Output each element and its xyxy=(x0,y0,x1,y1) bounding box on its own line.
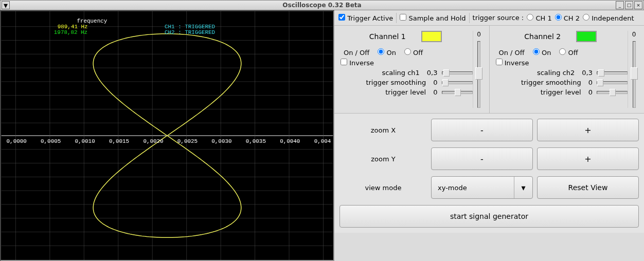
channel-2-color-swatch[interactable] xyxy=(576,31,597,42)
view-mode-combo[interactable]: xy-mode ▾ xyxy=(431,176,533,199)
trigger-active-checkbox[interactable]: Trigger Active xyxy=(338,14,393,22)
ch2-on-radio[interactable]: On xyxy=(533,48,551,57)
close-button[interactable]: × xyxy=(634,1,642,9)
ch1-smoothing-slider[interactable] xyxy=(442,81,473,84)
minimize-button[interactable]: _ xyxy=(616,1,624,9)
zoom-y-minus-button[interactable]: - xyxy=(431,147,533,170)
zoom-y-label: zoom Y xyxy=(339,155,427,163)
ch1-vertical-slider[interactable] xyxy=(477,41,480,108)
zoom-x-minus-button[interactable]: - xyxy=(431,119,533,141)
ch2-level-label: trigger level xyxy=(494,88,584,96)
channel-1-color-swatch[interactable] xyxy=(421,31,442,42)
ch2-smoothing-label: trigger smoothing xyxy=(494,79,584,86)
ch2-smoothing-slider[interactable] xyxy=(597,81,628,84)
maximize-button[interactable]: □ xyxy=(625,1,633,9)
scope-svg: frequency 989,41 Hz 1978,82 Hz CH1 : TRI… xyxy=(1,11,333,260)
ch2-vertical-slider[interactable] xyxy=(633,41,636,108)
ch1-inverse-checkbox[interactable]: Inverse xyxy=(341,59,374,67)
trigger-source-independent[interactable]: Independent xyxy=(583,14,634,22)
svg-text:0,0030: 0,0030 xyxy=(211,138,231,144)
ch1-smoothing-value: 0 xyxy=(433,79,437,86)
ch2-off-radio[interactable]: Off xyxy=(559,48,578,57)
trigger-source-label: trigger source : xyxy=(473,14,524,22)
ch2-frequency: 1978,82 Hz xyxy=(54,29,87,35)
view-mode-value: xy-mode xyxy=(432,184,514,192)
trigger-source-ch1[interactable]: CH 1 xyxy=(527,14,551,22)
svg-text:0,0040: 0,0040 xyxy=(280,138,300,144)
channel-1-title: Channel 1 xyxy=(369,32,406,41)
channel-1-panel: Channel 1 On / Off On Off Inverse scalin… xyxy=(334,26,490,113)
window-title: Oscilloscope 0.32 Beta xyxy=(282,2,361,9)
sample-hold-checkbox[interactable]: Sample and Hold xyxy=(400,14,466,22)
svg-text:0,0000: 0,0000 xyxy=(7,138,27,144)
ch2-scaling-slider[interactable] xyxy=(597,71,628,74)
trigger-source-ch2[interactable]: CH 2 xyxy=(555,14,580,22)
ch1-off-radio[interactable]: Off xyxy=(404,48,423,57)
oscilloscope-display[interactable]: frequency 989,41 Hz 1978,82 Hz CH1 : TRI… xyxy=(0,10,334,261)
ch2-inverse-checkbox[interactable]: Inverse xyxy=(496,59,529,67)
ch2-onoff-label: On / Off xyxy=(499,49,525,57)
zoom-x-label: zoom X xyxy=(339,126,427,134)
ch1-level-label: trigger level xyxy=(338,88,429,96)
window-titlebar: ▾ Oscilloscope 0.32 Beta _ □ × xyxy=(0,0,644,10)
svg-text:0,0020: 0,0020 xyxy=(143,138,163,144)
zoom-y-plus-button[interactable]: + xyxy=(537,147,639,170)
view-mode-label: view mode xyxy=(339,184,427,192)
svg-text:0,0025: 0,0025 xyxy=(177,138,198,144)
ch1-smoothing-label: trigger smoothing xyxy=(338,79,429,86)
svg-text:0,0015: 0,0015 xyxy=(109,138,129,144)
zoom-x-plus-button[interactable]: + xyxy=(537,119,639,141)
channel-2-title: Channel 2 xyxy=(524,32,561,41)
ch2-scaling-label: scaling ch2 xyxy=(494,69,578,77)
chevron-down-icon: ▾ xyxy=(514,177,532,198)
zoom-view-area: zoom X - + zoom Y - + view mode xy-mode … xyxy=(334,114,644,233)
svg-text:0,004: 0,004 xyxy=(314,138,331,144)
system-menu-icon[interactable]: ▾ xyxy=(2,1,10,9)
ch1-scaling-label: scaling ch1 xyxy=(338,69,423,77)
reset-view-button[interactable]: Reset View xyxy=(537,176,639,199)
ch1-level-slider[interactable] xyxy=(442,91,473,94)
ch2-status: CH2 : TRIGGERED xyxy=(165,29,215,35)
channel-2-panel: Channel 2 On / Off On Off Inverse scalin… xyxy=(490,26,645,113)
svg-text:0,0010: 0,0010 xyxy=(75,138,95,144)
ch2-level-slider[interactable] xyxy=(597,91,628,94)
svg-text:0,0005: 0,0005 xyxy=(41,138,61,144)
ch2-vertical-value: 0 xyxy=(632,31,636,38)
start-signal-generator-button[interactable]: start signal generator xyxy=(339,205,639,228)
ch2-level-value: 0 xyxy=(588,88,593,96)
ch1-vertical-value: 0 xyxy=(477,31,481,38)
svg-text:0,0035: 0,0035 xyxy=(246,138,266,144)
control-panel: Trigger Active Sample and Hold trigger s… xyxy=(334,10,644,261)
ch1-level-value: 0 xyxy=(433,88,437,96)
ch2-smoothing-value: 0 xyxy=(588,79,593,86)
ch1-onoff-label: On / Off xyxy=(344,49,369,57)
ch1-scaling-slider[interactable] xyxy=(442,71,473,74)
ch2-scaling-value: 0,3 xyxy=(582,69,593,77)
ch1-scaling-value: 0,3 xyxy=(427,69,438,77)
trigger-row: Trigger Active Sample and Hold trigger s… xyxy=(334,10,644,26)
ch1-on-radio[interactable]: On xyxy=(378,48,396,57)
